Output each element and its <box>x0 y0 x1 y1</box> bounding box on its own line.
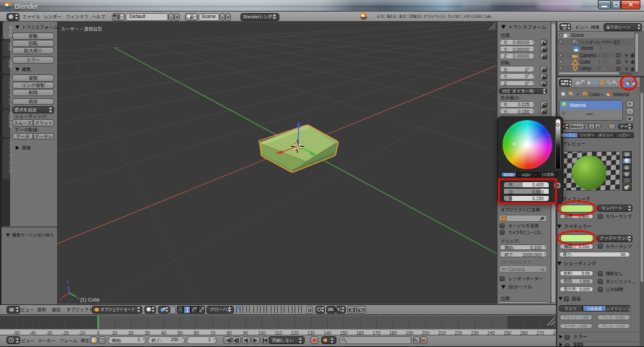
svg-text:y: y <box>77 296 79 300</box>
svg-text:x: x <box>59 297 61 301</box>
svg-text:z: z <box>66 280 69 284</box>
svg-text:(1) Cube: (1) Cube <box>80 297 100 303</box>
